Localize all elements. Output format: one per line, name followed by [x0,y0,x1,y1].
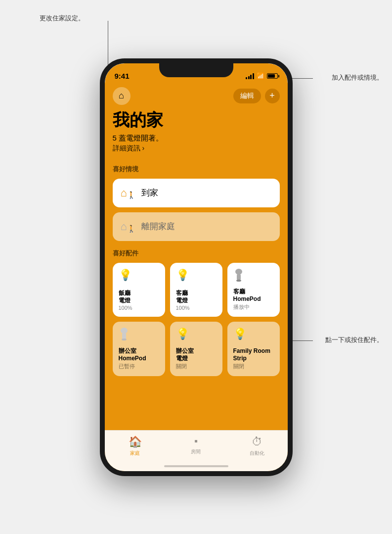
scenes-section-label: 喜好情境 [113,165,280,174]
nav-room-label: 房間 [191,448,201,455]
family-room-strip-name: Family RoomStrip [233,347,274,363]
annotation-top-left: 更改住家設定。 [40,14,85,23]
annotation-top-right: 加入配件或情境。 [332,73,383,82]
office-homepod-status: 已暫停 [119,363,159,370]
dining-light-icon: 💡 [119,269,159,282]
arrive-home-icon: ⌂ 🚶 [121,187,135,199]
accessory-dining-light[interactable]: 💡 飯廳電燈 100% [113,263,165,317]
status-time: 9:41 [115,72,130,80]
leave-home-icon: ⌂ 🚶 [121,220,135,233]
main-content: 我的家 5 蓋電燈開著。 詳細資訊 › 喜好情境 ⌂ 🚶 到家 ⌂ 🚶 離開家庭 [105,109,288,430]
living-light-status: 100% [176,305,217,311]
living-homepod-name: 客廳HomePod [233,288,274,303]
home-settings-button[interactable]: ⌂ [113,87,131,105]
nav-room[interactable]: ▪ 房間 [166,436,226,455]
home-detail-link[interactable]: 詳細資訊 › [113,144,280,153]
living-light-icon: 💡 [176,269,217,282]
nav-room-icon: ▪ [194,436,198,447]
svg-rect-4 [122,333,126,340]
nav-automation-label: 自動化 [250,450,264,457]
phone-frame: 9:41 📶 ⌂ 編輯 + [100,58,293,476]
scene-leave-home[interactable]: ⌂ 🚶 離開家庭 [113,212,280,241]
add-button[interactable]: + [265,89,280,103]
office-homepod-icon [119,328,159,344]
annotation-middle-right: 點一下或按住配件。 [325,336,383,344]
family-room-strip-icon: 💡 [233,328,274,340]
svg-point-5 [122,339,127,340]
arrive-home-label: 到家 [141,187,158,198]
screen: 9:41 📶 ⌂ 編輯 + [105,63,288,471]
svg-point-2 [236,280,241,282]
nav-home[interactable]: 🏠 家庭 [105,436,166,457]
accessories-section-label: 喜好配件 [113,249,280,258]
office-light-name: 辦公室電燈 [176,347,217,363]
top-right-buttons: 編輯 + [233,89,280,103]
notch [159,63,233,77]
accessory-living-homepod[interactable]: 客廳HomePod 播放中 [227,263,280,317]
scene-arrive-home[interactable]: ⌂ 🚶 到家 [113,179,280,207]
leave-home-label: 離開家庭 [141,221,175,232]
nav-home-icon: 🏠 [129,436,142,448]
office-light-icon: 💡 [176,328,217,340]
accessory-family-room-strip[interactable]: 💡 Family RoomStrip 關閉 [227,322,280,376]
accessory-office-light[interactable]: 💡 辦公室電燈 關閉 [170,322,222,376]
home-indicator [164,465,228,467]
family-room-strip-status: 關閉 [233,363,274,370]
accessory-office-homepod[interactable]: 辦公室HomePod 已暫停 [113,322,165,376]
top-bar: ⌂ 編輯 + [105,85,288,109]
nav-home-label: 家庭 [130,450,140,457]
battery-icon [267,73,278,79]
living-homepod-status: 播放中 [233,303,274,311]
wifi-icon: 📶 [257,72,264,80]
home-title: 我的家 [113,109,280,132]
nav-automation-icon: ⏱ [252,436,262,448]
edit-button[interactable]: 編輯 [233,89,261,103]
svg-rect-1 [237,274,241,281]
signal-icon [246,73,254,79]
accessory-living-light[interactable]: 💡 客廳電燈 100% [170,263,222,317]
dining-light-name: 飯廳電燈 [119,290,159,305]
living-homepod-icon [233,269,274,285]
status-icons: 📶 [246,72,278,80]
home-icon: ⌂ [119,91,124,101]
office-homepod-name: 辦公室HomePod [119,347,159,363]
accessories-grid: 💡 飯廳電燈 100% 💡 客廳電燈 100% [113,263,280,376]
dining-light-status: 100% [119,305,159,311]
nav-automation[interactable]: ⏱ 自動化 [226,436,287,457]
office-light-status: 關閉 [176,363,217,370]
living-light-name: 客廳電燈 [176,290,217,305]
home-subtitle: 5 蓋電燈開著。 [113,134,280,143]
